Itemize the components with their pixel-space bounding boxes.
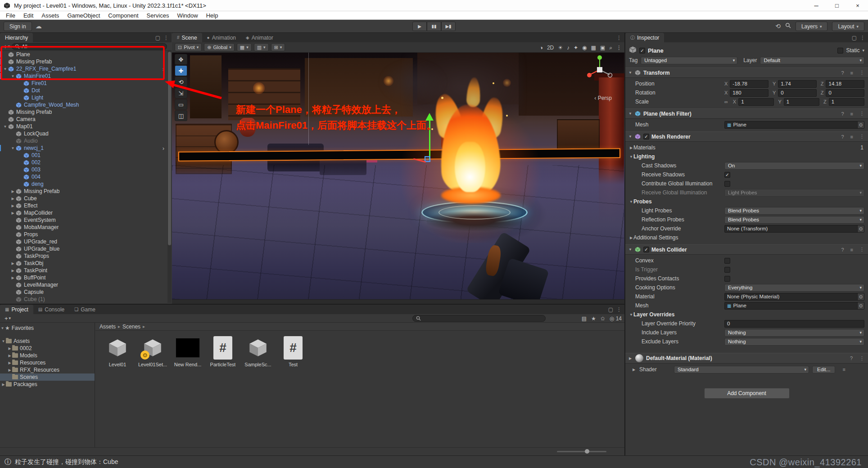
foldout-arrow-icon[interactable]: ▶ bbox=[10, 269, 15, 273]
include-layers-dropdown[interactable]: Nothing▾ bbox=[724, 329, 864, 337]
asset-new-rend[interactable]: New Rend... bbox=[171, 334, 204, 373]
object-picker-icon[interactable] bbox=[857, 225, 864, 232]
asset-particletest[interactable]: #ParticleTest bbox=[206, 334, 240, 373]
foldout-arrow-icon[interactable]: ▶ bbox=[628, 356, 633, 360]
hierarchy-item-levelmanager[interactable]: LevelManager bbox=[0, 281, 167, 288]
hierarchy-item-upgrade-blue[interactable]: UPGrade_blue bbox=[0, 245, 167, 252]
grid-snapping-dropdown[interactable]: ▥▾ bbox=[254, 43, 269, 51]
favorites-item[interactable]: ▼ ★ Favorites bbox=[0, 324, 95, 332]
foldout-materials[interactable]: ▶Materials1 bbox=[625, 143, 868, 152]
foldout-arrow-icon[interactable]: ▶ bbox=[7, 361, 12, 365]
help-icon[interactable]: ? bbox=[841, 134, 844, 140]
menu-file[interactable]: File bbox=[2, 11, 19, 20]
project-tab-game[interactable]: ❏Game bbox=[69, 305, 100, 314]
pivot-dropdown[interactable]: ⊡Pivot▾ bbox=[175, 43, 202, 51]
kebab-menu-icon[interactable]: ⋮ bbox=[616, 306, 622, 313]
hierarchy-item-map01[interactable]: ▼Map01 bbox=[0, 123, 167, 130]
breadcrumb-scenes[interactable]: Scenes bbox=[122, 324, 140, 330]
hierarchy-item-003[interactable]: 003 bbox=[0, 166, 167, 173]
add-component-button[interactable]: Add Component bbox=[704, 388, 790, 399]
cast-shadows-dropdown[interactable]: On▾ bbox=[724, 162, 864, 170]
reflection-probes-dropdown[interactable]: Blend Probes▾ bbox=[724, 216, 864, 224]
projection-mode-label[interactable]: ‹ Persp bbox=[594, 95, 612, 101]
position-z-input[interactable]: 14.18 bbox=[826, 80, 864, 88]
hierarchy-item-newcj-1[interactable]: ▼newcj_1› bbox=[0, 144, 167, 152]
scene-search-icon[interactable]: ⌕ bbox=[609, 45, 612, 51]
hierarchy-item-taskprops[interactable]: TaskProps bbox=[0, 252, 167, 260]
effects-dropdown-icon[interactable]: ✦ bbox=[574, 45, 578, 51]
receive-shadows-checkbox[interactable] bbox=[724, 172, 730, 178]
foldout-arrow-icon[interactable]: ▶ bbox=[7, 346, 12, 351]
layers-dropdown[interactable]: Layers▾ bbox=[796, 22, 828, 31]
hierarchy-item-001[interactable]: 001 bbox=[0, 152, 167, 159]
foldout-arrow-icon[interactable]: ▼ bbox=[3, 125, 8, 129]
help-icon[interactable]: ? bbox=[841, 247, 844, 252]
component-header-transform[interactable]: ▼Transform?≡⋮ bbox=[625, 68, 868, 78]
cooking-options-dropdown[interactable]: Everything▾ bbox=[724, 284, 864, 292]
hierarchy-item-taskpoint[interactable]: ▶TaskPoint bbox=[0, 267, 167, 274]
search-by-label-icon[interactable]: ★ bbox=[591, 315, 596, 322]
hierarchy-search-box[interactable] bbox=[12, 43, 167, 50]
foldout-arrow-icon[interactable]: ▶ bbox=[10, 276, 15, 280]
project-tree-packages[interactable]: ▶Packages bbox=[0, 381, 95, 388]
rotate-tool[interactable]: ⟲ bbox=[175, 76, 187, 87]
component-enabled-checkbox[interactable] bbox=[643, 247, 649, 252]
rotation-z-input[interactable]: 0 bbox=[826, 89, 864, 97]
component-enabled-checkbox[interactable] bbox=[643, 134, 649, 140]
save-search-icon[interactable]: ✩ bbox=[601, 315, 605, 322]
scale-z-input[interactable]: 1 bbox=[829, 98, 864, 106]
foldout-arrow-icon[interactable]: ▼ bbox=[0, 326, 5, 330]
add-gameobject-button[interactable]: + bbox=[2, 43, 8, 50]
rect-tool[interactable]: ▭ bbox=[175, 99, 187, 110]
foldout-arrow-icon[interactable]: ▼ bbox=[628, 71, 633, 75]
preset-icon[interactable]: ≡ bbox=[850, 247, 853, 252]
project-tab-project[interactable]: ▦Project bbox=[0, 305, 33, 314]
foldout-arrow-icon[interactable]: ▶ bbox=[10, 197, 15, 201]
kebab-menu-icon[interactable]: ⋮ bbox=[163, 35, 169, 41]
scene-viewport[interactable]: ✥✚⟲⇲▭◫ ‹ Persp 新建一个Plane，将粒子特效放上去， 点击Mai… bbox=[172, 53, 624, 299]
shader-dropdown[interactable]: Standard▾ bbox=[674, 366, 809, 374]
hierarchy-item-cube[interactable]: ▶Cube bbox=[0, 195, 167, 202]
prefab-open-chevron-icon[interactable]: › bbox=[163, 66, 164, 72]
hierarchy-item-dot[interactable]: Dot bbox=[0, 87, 167, 94]
chevron-down-icon[interactable]: ▾ bbox=[9, 316, 11, 320]
play-button[interactable]: ▶ bbox=[412, 22, 427, 31]
hierarchy-item-capsule[interactable]: Capsule bbox=[0, 288, 167, 296]
search-icon[interactable] bbox=[785, 22, 791, 31]
minimize-button[interactable]: ─ bbox=[806, 0, 827, 11]
audio-toggle-icon[interactable]: ♪ bbox=[567, 45, 570, 51]
preset-icon[interactable]: ≡ bbox=[850, 111, 853, 117]
foldout-arrow-icon[interactable]: ▶ bbox=[629, 236, 633, 240]
help-icon[interactable]: ? bbox=[841, 111, 844, 117]
contribute-global-illumination-checkbox[interactable] bbox=[724, 181, 730, 187]
foldout-arrow-icon[interactable]: ▶ bbox=[1, 382, 6, 387]
foldout-arrow-icon[interactable]: ▼ bbox=[628, 135, 633, 139]
camera-dropdown-icon[interactable]: ▣ bbox=[600, 45, 605, 51]
menu-services[interactable]: Services bbox=[143, 11, 173, 20]
create-asset-button[interactable]: + bbox=[3, 315, 9, 322]
hierarchy-item-eventsystem[interactable]: EventSystem bbox=[0, 216, 167, 224]
asset-samplesc[interactable]: SampleSc... bbox=[241, 334, 275, 373]
foldout-arrow-icon[interactable]: ▼ bbox=[629, 200, 633, 204]
hierarchy-item-light[interactable]: Light bbox=[0, 94, 167, 101]
hierarchy-item-mapcollider[interactable]: ▶MapCollider bbox=[0, 209, 167, 216]
section-lighting[interactable]: ▼Lighting bbox=[625, 152, 868, 161]
transform-tool[interactable]: ◫ bbox=[175, 110, 187, 121]
tag-dropdown[interactable]: Untagged▾ bbox=[641, 57, 737, 64]
position-x-input[interactable]: -18.78 bbox=[730, 80, 769, 88]
hidden-count-indicator[interactable]: ◎ 14 bbox=[610, 315, 622, 322]
kebab-menu-icon[interactable]: ⋮ bbox=[859, 247, 864, 252]
foldout-arrow-icon[interactable]: ▼ bbox=[628, 112, 633, 116]
scene-tab-animator[interactable]: ◈Animator bbox=[241, 33, 278, 42]
hierarchy-item-002[interactable]: 002 bbox=[0, 159, 167, 166]
foldout-arrow-icon[interactable]: ▶ bbox=[632, 368, 636, 372]
hierarchy-item-props[interactable]: Props bbox=[0, 231, 167, 238]
project-tree-models[interactable]: ▶Models bbox=[0, 352, 95, 359]
kebab-menu-icon[interactable]: ⋮ bbox=[859, 70, 864, 76]
project-search-input[interactable] bbox=[423, 316, 542, 321]
grid-visibility-dropdown[interactable]: ▦▾ bbox=[237, 43, 252, 51]
menu-help[interactable]: Help bbox=[202, 11, 222, 20]
panel-resize-strip[interactable] bbox=[172, 299, 624, 304]
hierarchy-item-campfire-wood-mesh[interactable]: Campfire_Wood_Mesh bbox=[0, 101, 167, 108]
foldout-arrow-icon[interactable]: ▶ bbox=[10, 211, 15, 215]
